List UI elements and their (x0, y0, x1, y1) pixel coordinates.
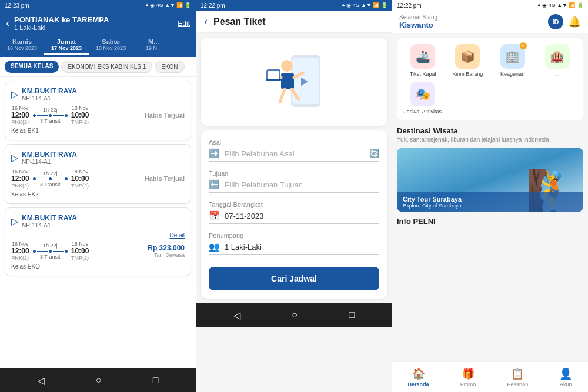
service-kirim-barang[interactable]: 📦 Kirim Barang (447, 44, 487, 77)
status-bar-3: 12:22 pm ● ◉ 4G ▲▼ 📶 🔋 (392, 0, 588, 11)
service-more[interactable]: 🏨 ... (537, 44, 577, 77)
chip-ekon[interactable]: EKON (155, 61, 184, 73)
info-title: Info PELNI (397, 217, 583, 226)
tanggal-label: Tanggal Berangkat (209, 201, 379, 208)
pesanan-label: Pesanan (507, 381, 529, 387)
time-3: 12:22 pm (397, 2, 422, 9)
nav-beranda[interactable]: 🏠 Beranda (408, 367, 429, 387)
date-tab-thu[interactable]: Kamis 16 Nov 2023 (0, 36, 44, 55)
date-tab-sat[interactable]: Sabtu 18 Nov 2023 (89, 36, 133, 55)
id-badge[interactable]: ID (548, 14, 563, 29)
pesan-tiket-title: Pesan Tiket (213, 16, 266, 27)
banner-sub: Explore City of Surabaya (403, 203, 577, 209)
back-nav-btn-1[interactable]: ◁ (38, 375, 45, 386)
back-nav-btn-2[interactable]: ◁ (233, 310, 240, 321)
nav-akun[interactable]: 👤 Akun (559, 367, 572, 387)
service-tiket-kapal[interactable]: 🚢 Tiket Kapal (403, 44, 443, 77)
kirim-barang-label: Kirim Barang (452, 71, 483, 77)
ship-icon-1: ▷ (11, 89, 18, 100)
pax-count: 1 Laki-Laki (14, 24, 173, 31)
ship-name-3: KM.BUKIT RAYA (22, 214, 77, 222)
penumpang-value[interactable]: 1 Laki-Laki (225, 243, 379, 252)
chip-eks[interactable]: EKONOMI EKS KABIN KLS 1 (61, 61, 152, 73)
keagenan-label: Keagenan (500, 71, 524, 77)
calendar-icon: 📅 (209, 210, 220, 221)
asal-field: Asal ➡️ Pilih Pelabuhan Asal 🔄 (209, 139, 379, 162)
ticket-class-1: Kelas EK1 (11, 128, 185, 134)
asal-label: Asal (209, 139, 379, 146)
ticket-class-2: Kelas EK2 (11, 191, 185, 197)
ship-code-2: NP-114-A1 (22, 159, 77, 165)
tanggal-field: Tanggal Berangkat 📅 07-11-2023 (209, 201, 379, 224)
ticket-illustration (201, 38, 387, 126)
svg-line-6 (280, 89, 285, 102)
order-form: Asal ➡️ Pilih Pelabuhan Asal 🔄 Tujuan ⬅️… (201, 130, 387, 299)
asal-placeholder[interactable]: Pilih Pelabuhan Asal (225, 149, 379, 158)
search-schedule-button[interactable]: Cari Jadwal (209, 267, 379, 290)
jadwal-icon: 🎭 (416, 87, 430, 101)
kirim-barang-icon: 📦 (460, 49, 475, 63)
tickets-list: ▷ KM.BUKIT RAYA NP-114-A1 16 Nov 12:00 P… (0, 77, 196, 368)
tiket-kapal-icon: 🚢 (416, 49, 430, 63)
tujuan-field: Tujuan ⬅️ Pilih Pelabuhan Tujuan (209, 170, 379, 193)
service-keagenan[interactable]: 🏢 ✦ Keagenan (493, 44, 533, 77)
route-title: PONTIANAK ke TAREMPA (14, 15, 173, 24)
edit-button[interactable]: Edit (178, 19, 190, 28)
p3-header: Selamat Siang Kiswanto ID 🔔 (392, 11, 588, 33)
detail-button-3[interactable]: Detail (169, 232, 185, 239)
tujuan-label: Tujuan (209, 170, 379, 177)
panel-order-ticket: 12:22 pm ● ◉ 4G ▲▼ 📶 🔋 ‹ Pesan Tiket (196, 0, 392, 392)
pesanan-icon: 📋 (511, 367, 524, 380)
status-bar-2: 12:22 pm ● ◉ 4G ▲▼ 📶 🔋 (196, 0, 392, 11)
nav-promo[interactable]: 🎁 Promo (460, 367, 476, 387)
home-nav-btn-2[interactable]: ○ (292, 310, 298, 320)
more-label: ... (555, 71, 560, 77)
p3-content: 🚢 Tiket Kapal 📦 Kirim Barang 🏢 ✦ Keagena… (392, 33, 588, 361)
date-tab-fri[interactable]: Jumat 17 Nov 2023 (44, 36, 89, 55)
tanggal-value[interactable]: 07-11-2023 (225, 212, 379, 220)
tiket-kapal-label: Tiket Kapal (410, 71, 436, 77)
p2-header: ‹ Pesan Tiket (196, 11, 392, 33)
username-text: Kiswanto (399, 21, 437, 29)
promo-banner[interactable]: 🧗 City Tour Surabaya Explore City of Sur… (397, 148, 583, 212)
home-nav-btn-1[interactable]: ○ (96, 375, 102, 386)
bell-icon[interactable]: 🔔 (568, 15, 581, 28)
banner-title: City Tour Surabaya (403, 196, 577, 203)
recent-nav-btn-2[interactable]: □ (349, 310, 355, 320)
nav-pesanan[interactable]: 📋 Pesanan (507, 367, 529, 387)
refresh-icon[interactable]: 🔄 (369, 149, 379, 158)
ticket-status-1: Habis Terjual (145, 112, 185, 119)
ship-name-2: KM.BUKIT RAYA (22, 150, 77, 159)
person-icon: 👥 (209, 242, 220, 252)
ticket-card-1: ▷ KM.BUKIT RAYA NP-114-A1 16 Nov 12:00 P… (5, 81, 191, 140)
tujuan-placeholder[interactable]: Pilih Pelabuhan Tujuan (225, 180, 379, 189)
ship-code-3: NP-114-A1 (22, 222, 77, 229)
date-tab-sun[interactable]: M... 19 N... (133, 36, 174, 55)
illustration-svg (259, 43, 329, 120)
time-1: 12:23 pm (5, 2, 29, 9)
date-tab-bar: Kamis 16 Nov 2023 Jumat 17 Nov 2023 Sabt… (0, 36, 196, 57)
chip-semua[interactable]: SEMUA KELAS (5, 61, 59, 73)
ticket-status-2: Habis Terjual (145, 175, 185, 182)
p3-bottom-nav: 🏠 Beranda 🎁 Promo 📋 Pesanan 👤 Akun (392, 361, 588, 392)
beranda-label: Beranda (408, 381, 429, 387)
status-icons-3: ● ◉ 4G ▲▼ 📶 🔋 (537, 2, 583, 8)
services-grid: 🚢 Tiket Kapal 📦 Kirim Barang 🏢 ✦ Keagena… (397, 38, 583, 120)
ticket-class-3: Kelas EKO (11, 263, 185, 270)
ticket-card-3: ▷ KM.BUKIT RAYA NP-114-A1 Detail 16 Nov … (5, 207, 191, 276)
promo-section: Destinasi Wisata Yuk, santai sejenak, li… (397, 126, 583, 212)
penumpang-label: Penumpang (209, 232, 379, 239)
back-button-1[interactable]: ‹ (6, 17, 9, 29)
svg-rect-3 (281, 73, 294, 89)
svg-rect-8 (267, 70, 280, 79)
recent-nav-btn-1[interactable]: □ (153, 375, 159, 386)
beranda-icon: 🏠 (412, 367, 425, 380)
back-button-2[interactable]: ‹ (204, 15, 208, 28)
ship-code-1: NP-114-A1 (22, 95, 77, 102)
bottom-nav-1: ◁ ○ □ (0, 368, 196, 392)
destinasi-title: Destinasi Wisata (397, 126, 583, 135)
akun-icon: 👤 (559, 367, 572, 380)
ship-icon-2: ▷ (11, 152, 18, 163)
status-bar-1: 12:23 pm ● ◉ 4G ▲▼ 📶 🔋 (0, 0, 196, 11)
service-jadwal[interactable]: 🎭 Jadwal Aktivitas (403, 82, 443, 115)
